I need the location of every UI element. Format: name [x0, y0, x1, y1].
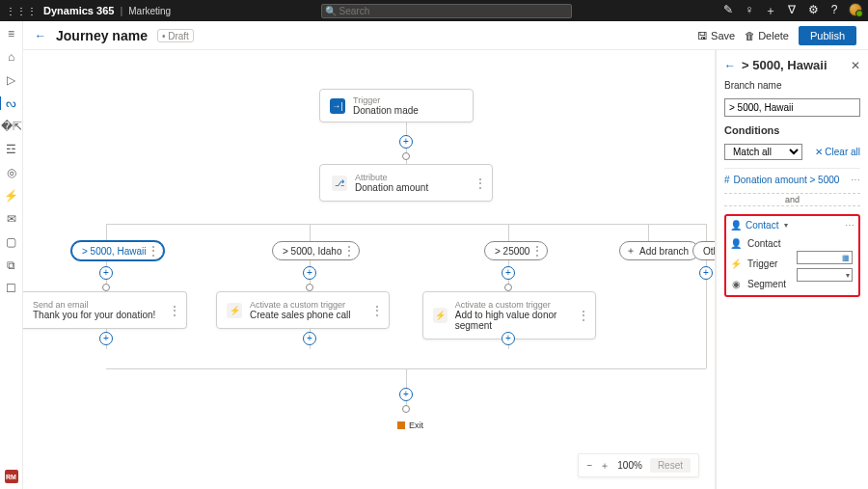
- global-search[interactable]: [321, 4, 572, 18]
- save-button[interactable]: 🖫Save: [697, 30, 735, 41]
- delete-icon: 🗑: [745, 30, 755, 41]
- rail-people-icon[interactable]: �⇱: [1, 120, 22, 133]
- lightbulb-icon[interactable]: ♀: [743, 3, 756, 19]
- rail-mail-icon[interactable]: ✉: [7, 212, 16, 226]
- add-under-branch-1[interactable]: +: [99, 266, 113, 280]
- action-3-more[interactable]: ⋮: [578, 309, 589, 322]
- action-3-text: Add to high value donor segment: [455, 310, 585, 331]
- open-picker-icon[interactable]: ▦: [842, 254, 850, 262]
- attribute-node[interactable]: ⎇ Attribute Donation amount ⋮: [319, 164, 493, 202]
- exit-connector: [402, 405, 410, 413]
- zoom-reset-button[interactable]: Reset: [650, 458, 691, 473]
- trigger-activate-icon-2: ⚡: [433, 308, 448, 323]
- rail-form-icon[interactable]: ☐: [6, 282, 16, 295]
- app-launcher[interactable]: ⋮⋮⋮: [6, 6, 38, 16]
- save-icon: 🖫: [697, 30, 708, 41]
- conditions-heading: Conditions: [724, 124, 860, 136]
- clear-icon: ✕: [815, 147, 823, 157]
- add-after-action-1[interactable]: +: [99, 332, 113, 345]
- panel-close-button[interactable]: ✕: [851, 59, 860, 72]
- condition-more[interactable]: ⋯: [851, 175, 860, 185]
- add-branch-button[interactable]: ＋Add branch: [619, 241, 699, 260]
- action-2-text: Create sales phone call: [250, 310, 351, 320]
- back-button[interactable]: ←: [35, 29, 46, 42]
- rail-profile[interactable]: RM: [5, 470, 18, 483]
- action-2-label: Activate a custom trigger: [250, 300, 351, 310]
- attribute-label: Attribute: [355, 173, 428, 182]
- connector-b3: [504, 284, 512, 291]
- attribute-text: Donation amount: [355, 182, 428, 193]
- chevron-down-icon: ▾: [784, 221, 788, 230]
- add-icon[interactable]: ＋: [764, 3, 777, 19]
- rail-bolt-icon[interactable]: ⚡: [4, 189, 18, 203]
- attribute-select-slot[interactable]: ▾: [797, 268, 853, 282]
- trigger-activate-icon: ⚡: [227, 303, 242, 318]
- journey-canvas[interactable]: →| Trigger Donation made + ⎇ Attribute: [23, 50, 716, 489]
- rail-journeys-icon[interactable]: ᔓ: [6, 96, 16, 110]
- attribute-field-slot[interactable]: ▦: [797, 251, 853, 264]
- add-under-branch-2[interactable]: +: [303, 266, 316, 280]
- select-caret-icon: ▾: [846, 271, 850, 280]
- app-area: Marketing: [128, 6, 171, 16]
- branch-pill-2[interactable]: > 5000, Idaho⋮: [272, 241, 360, 260]
- branch-pill-other[interactable]: Other: [692, 241, 716, 260]
- action-2-more[interactable]: ⋮: [371, 304, 383, 317]
- help-icon[interactable]: ?: [827, 3, 841, 19]
- action-node-2[interactable]: ⚡ Activate a custom trigger Create sales…: [216, 291, 390, 329]
- left-rail: ≡ ⌂ ▷ ᔓ �⇱ ☲ ◎ ⚡ ✉ ▢ ⧉ ☐ RM: [0, 21, 23, 489]
- attribute-more[interactable]: ⋮: [475, 177, 486, 190]
- add-after-action-2[interactable]: +: [303, 332, 316, 345]
- add-under-branch-other[interactable]: +: [699, 266, 713, 280]
- rail-list-icon[interactable]: ☲: [6, 143, 16, 156]
- connector-b2: [306, 284, 313, 291]
- add-after-trigger[interactable]: +: [399, 135, 413, 149]
- branch-icon: ⎇: [332, 176, 347, 191]
- branch-name-input[interactable]: [724, 98, 860, 117]
- add-before-exit[interactable]: +: [399, 388, 413, 401]
- rail-chart-icon[interactable]: ⧉: [7, 258, 15, 272]
- branch-pill-3[interactable]: > 25000⋮: [484, 241, 548, 260]
- branch-2-more[interactable]: ⋮: [343, 244, 355, 258]
- delete-button[interactable]: 🗑Delete: [745, 30, 789, 41]
- plus-icon: ＋: [626, 244, 636, 258]
- trigger-label: Trigger: [353, 95, 419, 105]
- source-more[interactable]: ⋯: [845, 220, 854, 231]
- publish-button[interactable]: Publish: [799, 26, 856, 45]
- match-select[interactable]: Match all: [724, 144, 802, 160]
- action-1-label: Send an email: [33, 300, 155, 310]
- action-3-label: Activate a custom trigger: [455, 300, 585, 310]
- rail-play-icon[interactable]: ▷: [7, 73, 15, 87]
- zoom-out-button[interactable]: −: [586, 460, 592, 471]
- add-under-branch-3[interactable]: +: [502, 266, 515, 280]
- add-after-action-3[interactable]: +: [502, 332, 515, 345]
- rail-hamburger[interactable]: ≡: [8, 27, 14, 41]
- settings-icon[interactable]: ⚙: [806, 3, 820, 19]
- search-icon: 🔍: [325, 6, 337, 16]
- branch-name-label: Branch name: [724, 80, 860, 91]
- condition-row[interactable]: # Donation amount > 5000 ⋯: [724, 168, 860, 185]
- clear-all-button[interactable]: ✕ Clear all: [815, 147, 860, 157]
- rail-home-icon[interactable]: ⌂: [8, 50, 14, 64]
- exit-node: Exit: [397, 421, 423, 430]
- assistant-icon[interactable]: ✎: [721, 3, 735, 19]
- branch-3-more[interactable]: ⋮: [531, 244, 543, 258]
- source-option-contact[interactable]: 👤 Contact: [730, 236, 854, 251]
- brand: Dynamics 365: [43, 5, 114, 16]
- hash-icon: #: [724, 175, 730, 185]
- status-chip: • Draft: [157, 29, 194, 42]
- trigger-node[interactable]: →| Trigger Donation made: [319, 89, 474, 122]
- action-node-1[interactable]: Send an email Thank you for your donatio…: [23, 291, 187, 329]
- node-connector: [402, 152, 410, 160]
- avatar[interactable]: [849, 3, 862, 16]
- branch-1-more[interactable]: ⋮: [148, 244, 159, 258]
- rail-target-icon[interactable]: ◎: [7, 166, 16, 179]
- trigger-icon: →|: [330, 98, 345, 114]
- source-dropdown[interactable]: 👤 Contact▾ ⋯: [730, 220, 854, 231]
- filter-icon[interactable]: ∇: [785, 3, 799, 19]
- action-1-more[interactable]: ⋮: [169, 304, 180, 317]
- panel-title: > 5000, Hawaii: [742, 58, 827, 72]
- panel-back-button[interactable]: ←: [724, 59, 736, 72]
- rail-sms-icon[interactable]: ▢: [6, 235, 16, 249]
- zoom-in-button[interactable]: ＋: [600, 459, 610, 473]
- branch-pill-1[interactable]: > 5000, Hawaii⋮: [71, 241, 164, 260]
